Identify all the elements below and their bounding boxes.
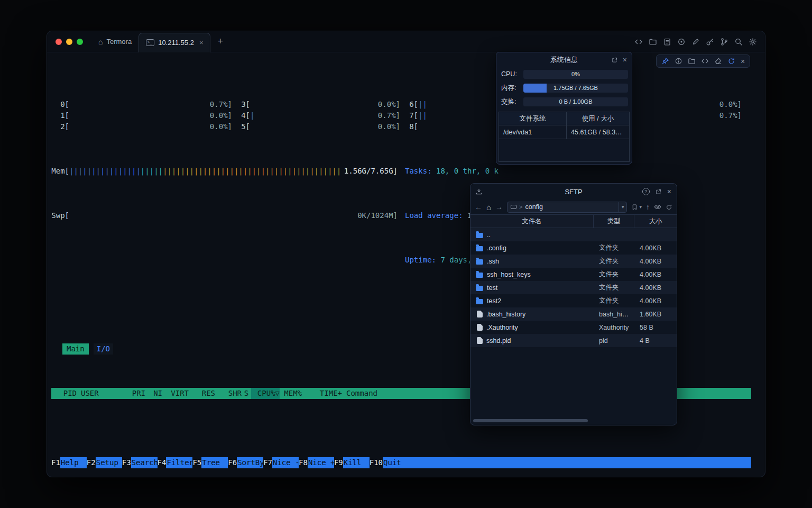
close-window-button[interactable] (56, 39, 62, 45)
fkey-action[interactable]: Search (131, 457, 158, 468)
file-row[interactable]: .. (470, 228, 677, 241)
memory-usage-bar: 1.75GB / 7.65GB (523, 84, 628, 93)
file-row[interactable]: .bash_history bash_hi… 1.60KB (470, 307, 677, 321)
fkey-action[interactable]: Nice + (308, 457, 334, 468)
file-row[interactable]: sshd.pid pid 4 B (470, 334, 677, 347)
home-button[interactable]: ⌂ (486, 203, 491, 212)
key-icon[interactable] (706, 38, 714, 46)
close-panel-icon[interactable]: × (623, 56, 627, 64)
upload-icon[interactable]: ↑ (646, 203, 650, 211)
tab-termora-home[interactable]: ⌂ Termora (91, 31, 139, 52)
col-res[interactable]: RES (189, 388, 215, 399)
code-icon[interactable] (634, 38, 643, 46)
path-breadcrumb[interactable]: > config ▾ (507, 202, 627, 213)
col-user[interactable]: USER (77, 388, 123, 399)
fkey-number[interactable]: F5 (192, 457, 201, 468)
path-dropdown-icon[interactable]: ▾ (619, 202, 627, 212)
col-filesize[interactable]: 大小 (634, 215, 677, 228)
folder-icon[interactable] (688, 57, 696, 65)
pin-icon[interactable] (661, 57, 669, 65)
minimize-window-button[interactable] (66, 39, 72, 45)
function-key-bar: F1HelpF2SetupF3SearchF4FilterF5TreeF6Sor… (51, 457, 751, 468)
edit-icon[interactable] (691, 38, 700, 46)
close-toolbar-icon[interactable]: × (741, 58, 745, 65)
close-sftp-icon[interactable]: × (667, 188, 671, 195)
folder-icon[interactable] (649, 38, 657, 46)
sftp-table-header: 文件名 类型 大小 (470, 214, 677, 228)
col-pid[interactable]: PID (51, 388, 77, 399)
htop-tab-io[interactable]: I/O (94, 343, 113, 355)
file-type-icon (476, 259, 483, 265)
file-row[interactable]: .Xauthority Xauthority 58 B (470, 321, 677, 334)
refresh-icon[interactable] (666, 204, 672, 211)
col-shr[interactable]: SHR (215, 388, 242, 399)
file-row[interactable]: test2 文件夹 4.00KB (470, 294, 677, 307)
branch-icon[interactable] (720, 38, 728, 46)
record-icon[interactable] (677, 38, 686, 46)
fkey-action[interactable]: Filter (166, 457, 192, 468)
close-tab-icon[interactable]: × (199, 39, 204, 47)
back-button[interactable]: ← (475, 203, 482, 211)
cpu-usage-bar: 0% (523, 70, 628, 79)
col-ni[interactable]: NI (145, 388, 162, 399)
col-state[interactable]: S (242, 388, 251, 399)
fkey-number[interactable]: F4 (158, 457, 167, 468)
fkey-action[interactable]: Kill (343, 457, 370, 468)
fkey-action[interactable]: SortBy (237, 457, 263, 468)
help-icon[interactable]: ? (642, 188, 650, 195)
fkey-action[interactable]: Tree (201, 457, 228, 468)
memory-stat-label: 内存: (501, 84, 523, 93)
traffic-lights (47, 39, 91, 45)
fkey-number[interactable]: F10 (370, 457, 383, 468)
search-icon[interactable] (734, 38, 743, 46)
col-filename[interactable]: 文件名 (470, 215, 593, 228)
popout-icon[interactable] (655, 188, 662, 195)
col-pri[interactable]: PRI (123, 388, 145, 399)
settings-icon[interactable] (749, 38, 757, 46)
col-mem[interactable]: MEM% (280, 388, 302, 399)
col-cpu-sort[interactable]: CPU%▽ (251, 388, 280, 399)
fkey-action[interactable]: Nice - (272, 457, 299, 468)
tab-session-active[interactable]: 10.211.55.2 × (139, 33, 210, 52)
file-row[interactable]: ssh_host_keys 文件夹 4.00KB (470, 268, 677, 281)
app-window: ⌂ Termora 10.211.55.2 × + 0[0.7%]1[0.0%]… (47, 31, 765, 477)
code-icon[interactable] (701, 57, 709, 65)
fkey-number[interactable]: F7 (263, 457, 272, 468)
fkey-action[interactable]: Quit (383, 457, 409, 468)
bookmark-dropdown-icon[interactable]: ▾ (639, 204, 642, 210)
fkey-action[interactable]: Setup (96, 457, 122, 468)
tasks-summary: Tasks: 18, 0 thr, 0 k (405, 166, 499, 177)
path-segment[interactable]: config (525, 203, 543, 211)
col-virt[interactable]: VIRT (162, 388, 189, 399)
fkey-number[interactable]: F9 (334, 457, 343, 468)
memory-meter: Mem[||||||||||||||||||||||||||||||||||||… (51, 166, 398, 177)
new-tab-button[interactable]: + (210, 36, 230, 47)
clear-icon[interactable] (714, 57, 722, 65)
file-row[interactable]: .ssh 文件夹 4.00KB (470, 255, 677, 268)
fkey-number[interactable]: F3 (122, 457, 131, 468)
file-type-icon (476, 299, 483, 304)
bookmark-icon[interactable] (631, 204, 638, 211)
filesystem-row[interactable]: /dev/vda1 45.61GB / 58.3… (499, 125, 629, 139)
popout-icon[interactable] (611, 57, 618, 64)
fkey-number[interactable]: F8 (299, 457, 308, 468)
forward-button[interactable]: → (495, 203, 503, 211)
titlebar-icons (634, 38, 765, 46)
info-icon[interactable] (675, 57, 682, 65)
file-row[interactable]: test 文件夹 4.00KB (470, 281, 677, 294)
show-hidden-icon[interactable] (654, 203, 661, 211)
horizontal-scrollbar[interactable] (473, 419, 588, 422)
file-row[interactable]: .config 文件夹 4.00KB (470, 241, 677, 255)
zoom-window-button[interactable] (77, 39, 83, 45)
transfers-icon[interactable] (475, 188, 483, 195)
journal-icon[interactable] (663, 38, 671, 46)
fkey-action[interactable]: Help (60, 457, 87, 468)
fkey-number[interactable]: F6 (228, 457, 237, 468)
col-time[interactable]: TIME+ (302, 388, 342, 399)
cpu-meter: 2[0.0%] (51, 121, 232, 132)
fkey-number[interactable]: F2 (87, 457, 96, 468)
fkey-number[interactable]: F1 (51, 457, 60, 468)
refresh-icon[interactable] (727, 57, 735, 65)
htop-tab-main[interactable]: Main (62, 343, 89, 355)
col-filetype[interactable]: 类型 (593, 215, 634, 228)
